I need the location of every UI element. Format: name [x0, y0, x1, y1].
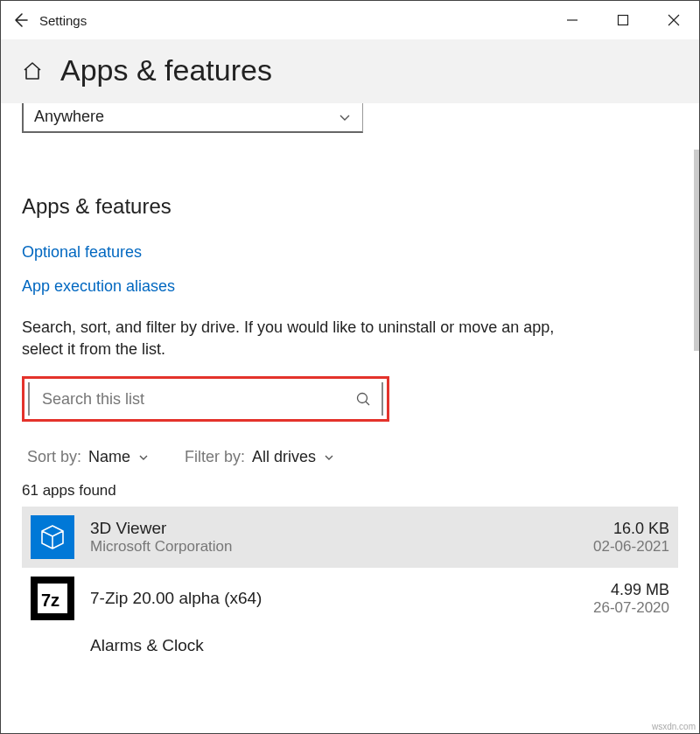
install-source-dropdown[interactable]: Anywhere	[22, 103, 363, 133]
maximize-icon	[617, 14, 629, 26]
app-publisher: Microsoft Corporation	[90, 538, 578, 556]
maximize-button[interactable]	[598, 1, 648, 39]
search-input[interactable]	[40, 389, 355, 409]
search-box[interactable]	[28, 382, 383, 416]
svg-point-2	[358, 394, 368, 403]
app-name: 7-Zip 20.00 alpha (x64)	[90, 589, 578, 608]
svg-line-3	[366, 402, 369, 405]
7z-icon: 7z	[34, 580, 71, 617]
app-execution-aliases-link[interactable]: App execution aliases	[22, 277, 678, 296]
app-size: 16.0 KB	[593, 520, 669, 538]
optional-features-link[interactable]: Optional features	[22, 243, 678, 262]
attribution: wsxdn.com	[652, 722, 696, 731]
filters-row: Sort by: Name Filter by: All drives	[22, 448, 678, 466]
chevron-down-icon	[338, 110, 352, 124]
minimize-icon	[566, 14, 578, 26]
cube-icon	[38, 522, 67, 552]
filter-by-dropdown[interactable]: Filter by: All drives	[185, 448, 335, 466]
app-name: Alarms & Clock	[22, 629, 678, 655]
app-meta: 16.0 KB 02-06-2021	[593, 520, 669, 556]
svg-rect-1	[619, 16, 628, 25]
close-icon	[668, 14, 680, 26]
app-meta: 4.99 MB 26-07-2020	[593, 581, 669, 617]
filter-value: All drives	[252, 448, 316, 466]
app-size: 4.99 MB	[593, 581, 669, 599]
chevron-down-icon	[323, 451, 335, 464]
app-icon-3d-viewer	[31, 515, 74, 559]
app-row[interactable]: 7z 7-Zip 20.00 alpha (x64) 4.99 MB 26-07…	[22, 568, 678, 629]
helper-text: Search, sort, and filter by drive. If yo…	[22, 317, 582, 360]
filter-label: Filter by:	[185, 448, 245, 466]
sort-label: Sort by:	[27, 448, 81, 466]
sort-by-dropdown[interactable]: Sort by: Name	[27, 448, 150, 466]
back-arrow-icon	[11, 11, 29, 29]
page-header: Apps & features	[1, 39, 699, 103]
scrollbar[interactable]	[694, 150, 699, 351]
search-icon	[355, 391, 371, 407]
close-button[interactable]	[648, 1, 699, 39]
window-controls	[547, 1, 699, 39]
window-title: Settings	[39, 13, 87, 28]
sort-value: Name	[88, 448, 130, 466]
svg-text:7z: 7z	[41, 591, 60, 610]
apps-count: 61 apps found	[22, 482, 678, 500]
app-date: 26-07-2020	[593, 599, 669, 617]
page-title: Apps & features	[60, 53, 272, 87]
app-info: 3D Viewer Microsoft Corporation	[90, 519, 578, 556]
content-area: Anywhere Apps & features Optional featur…	[1, 103, 699, 716]
app-icon-7zip: 7z	[31, 577, 74, 620]
app-info: 7-Zip 20.00 alpha (x64)	[90, 589, 578, 608]
install-source-value: Anywhere	[34, 108, 104, 126]
section-title: Apps & features	[22, 194, 678, 219]
app-name: 3D Viewer	[90, 519, 578, 538]
search-highlight	[22, 376, 389, 422]
home-icon[interactable]	[22, 60, 43, 81]
app-row[interactable]: 3D Viewer Microsoft Corporation 16.0 KB …	[22, 507, 678, 568]
back-button[interactable]	[1, 1, 39, 39]
chevron-down-icon	[137, 451, 150, 464]
titlebar: Settings	[1, 1, 699, 39]
app-date: 02-06-2021	[593, 538, 669, 556]
minimize-button[interactable]	[547, 1, 598, 39]
